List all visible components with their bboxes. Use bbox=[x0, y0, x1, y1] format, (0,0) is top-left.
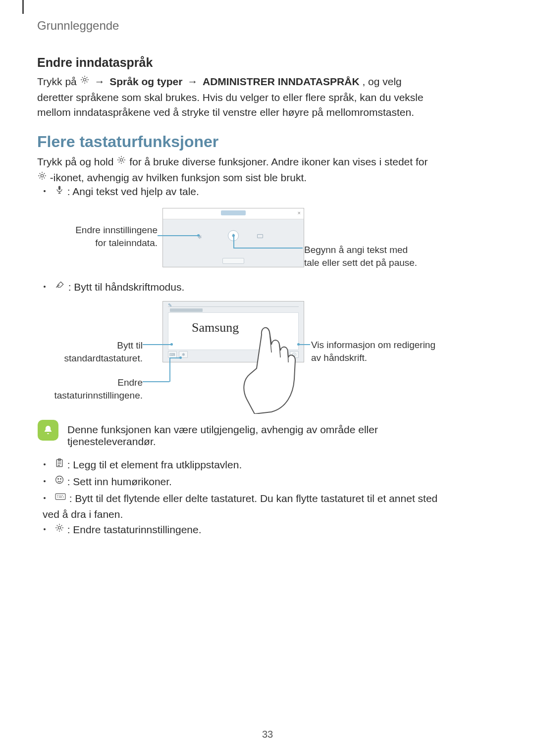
callout-line bbox=[169, 357, 170, 382]
page-top-mark bbox=[22, 0, 24, 14]
bullet-pen: : Bytt til håndskriftmodus. bbox=[43, 280, 184, 296]
hw-info-icon: ⓘ bbox=[290, 351, 299, 358]
para-functions: Trykk på og hold for å bruke diverse fun… bbox=[37, 154, 428, 186]
voice-language-pill bbox=[222, 258, 244, 264]
bullet-emoji-text: : Sett inn humørikoner. bbox=[67, 476, 172, 487]
bullet-emoji: : Sett inn humørikoner. bbox=[43, 474, 434, 490]
callout-voice-start: Begynn å angi tekst med tale eller sett … bbox=[304, 244, 418, 269]
bullet-pen-text: : Bytt til håndskriftmodus. bbox=[68, 281, 185, 293]
hw-suggestion-bar bbox=[170, 308, 203, 312]
callout-line bbox=[299, 344, 310, 345]
note-text: Denne funksjonen kan være utilgjengelig,… bbox=[67, 424, 444, 448]
callout-hw-settings: Endre tastaturinnstillingene. bbox=[49, 376, 143, 402]
clipboard-icon bbox=[54, 457, 64, 472]
bullet-float-kbd: : Bytt til det flytende eller delte tast… bbox=[43, 491, 439, 522]
callout-dot bbox=[297, 343, 300, 346]
hw-enter-icon: ↵ bbox=[279, 351, 288, 358]
svg-point-2 bbox=[41, 174, 43, 177]
bullet-settings: : Endre tastaturinnstillingene. bbox=[43, 522, 434, 538]
bullet-dot bbox=[44, 463, 46, 465]
callout-dot bbox=[197, 234, 200, 237]
menu-administrer: ADMINISTRER INNDATASPRÅK bbox=[203, 76, 360, 87]
text: -ikonet, avhengig av hvilken funksjon so… bbox=[50, 172, 307, 183]
tap-to-speak-placeholder bbox=[221, 210, 246, 215]
page-number: 33 bbox=[262, 729, 273, 740]
callout-line bbox=[169, 357, 180, 358]
svg-rect-3 bbox=[58, 186, 60, 190]
svg-point-11 bbox=[58, 527, 60, 529]
text: Trykk på og hold bbox=[37, 156, 116, 167]
heading-change-input-lang: Endre inndataspråk bbox=[37, 55, 153, 70]
menu-sprak-typer: Språk og typer bbox=[109, 76, 182, 87]
text: for å bruke diverse funksjoner. Andre ik… bbox=[129, 156, 428, 167]
mic-icon bbox=[54, 184, 64, 199]
svg-point-8 bbox=[58, 479, 59, 480]
bullet-dot bbox=[44, 528, 46, 530]
hw-input-line bbox=[168, 306, 299, 307]
svg-point-9 bbox=[60, 479, 61, 480]
gear-icon bbox=[116, 154, 126, 169]
callout-voice-settings: Endre innstillingene for taleinndata. bbox=[73, 224, 158, 249]
hw-keyboard-icon: ⌨ bbox=[168, 351, 177, 358]
pencil-icon: ✎ bbox=[168, 302, 172, 308]
voice-topbar: × bbox=[163, 208, 304, 219]
para-inputlang: Trykk på → Språk og typer → ADMINISTRER … bbox=[37, 74, 428, 120]
bullet-clipboard: : Legg til et element fra utklippstavlen… bbox=[43, 457, 434, 473]
callout-hw-stdkbd: Bytt til standardtastaturet. bbox=[49, 339, 143, 364]
bullet-settings-text: : Endre tastaturinnstillingene. bbox=[67, 524, 202, 535]
gear-icon bbox=[80, 74, 90, 89]
bullet-dot bbox=[44, 286, 46, 288]
callout-line bbox=[158, 235, 198, 236]
bullet-mic: : Angi tekst ved hjelp av tale. bbox=[43, 184, 199, 200]
bullet-dot bbox=[44, 480, 46, 482]
svg-point-7 bbox=[55, 476, 63, 484]
page-header: Grunnleggende bbox=[37, 19, 119, 33]
hw-toolbar: ⌨ ✻ ⌫ ↵ ⓘ bbox=[168, 351, 299, 359]
bullet-dot bbox=[44, 190, 46, 192]
emoji-icon bbox=[54, 474, 64, 489]
bullet-clipboard-text: : Legg til et element fra utklippstavlen… bbox=[67, 459, 242, 470]
diagram-handwriting: ✎ Samsung ⌨ ✻ ⌫ ↵ ⓘ bbox=[162, 301, 304, 362]
hw-cursor-dot bbox=[262, 331, 267, 336]
svg-rect-10 bbox=[55, 494, 65, 500]
callout-line bbox=[143, 344, 171, 345]
hw-sample-text: Samsung bbox=[192, 320, 239, 335]
svg-point-0 bbox=[83, 79, 86, 81]
bullet-mic-text: : Angi tekst ved hjelp av tale. bbox=[67, 186, 199, 197]
text: Trykk på bbox=[37, 76, 80, 87]
heading-more-kbd-functions: Flere tastaturfunksjoner bbox=[37, 133, 218, 151]
callout-line bbox=[233, 248, 303, 249]
arrow-2: → bbox=[185, 74, 200, 89]
callout-dot bbox=[232, 234, 235, 237]
callout-dot bbox=[170, 343, 173, 346]
callout-dot bbox=[179, 356, 182, 359]
callout-line bbox=[233, 235, 234, 248]
callout-hw-info: Vis informasjon om redigering av håndskr… bbox=[311, 339, 440, 364]
hw-backspace-icon: ⌫ bbox=[268, 351, 277, 358]
arrow-1: → bbox=[92, 74, 107, 89]
bullet-dot bbox=[44, 497, 46, 499]
svg-point-1 bbox=[120, 159, 123, 161]
note-bell-icon bbox=[38, 420, 58, 441]
gear-icon bbox=[54, 522, 64, 537]
floating-keyboard-icon bbox=[54, 491, 66, 505]
callout-line bbox=[143, 381, 169, 382]
voice-keyboard-icon bbox=[257, 234, 263, 238]
gear-icon bbox=[37, 170, 47, 185]
bullet-float-text: : Bytt til det flytende eller delte tast… bbox=[43, 493, 437, 520]
handwriting-icon bbox=[54, 279, 65, 294]
close-icon: × bbox=[298, 210, 301, 216]
